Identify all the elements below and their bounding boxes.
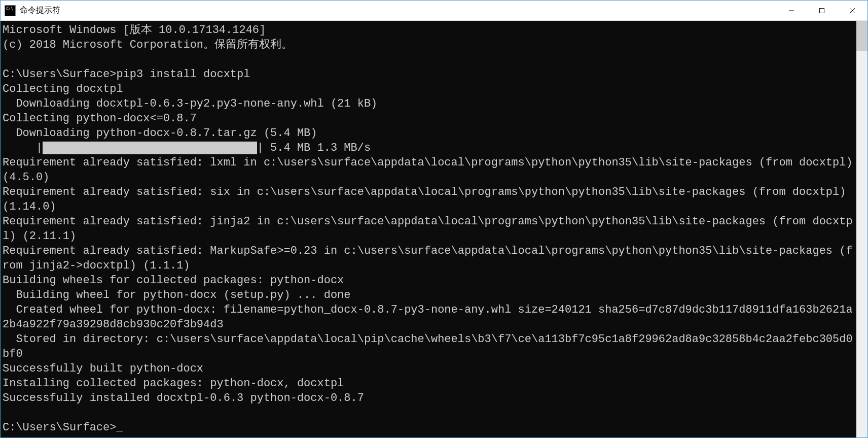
- output-line: Requirement already satisfied: MarkupSaf…: [3, 245, 853, 272]
- titlebar[interactable]: 命令提示符: [1, 1, 867, 21]
- window-controls: [776, 1, 867, 20]
- output-line: Successfully built python-docx: [3, 362, 203, 375]
- output-line: Requirement already satisfied: lxml in c…: [3, 156, 856, 184]
- output-line: Microsoft Windows [版本 10.0.17134.1246]: [3, 24, 266, 37]
- output-line: Building wheels for collected packages: …: [3, 274, 344, 287]
- terminal-area: Microsoft Windows [版本 10.0.17134.1246] (…: [1, 21, 867, 437]
- minimize-icon: [788, 8, 794, 14]
- svg-rect-1: [820, 8, 824, 13]
- output-line: Stored in directory: c:\users\surface\ap…: [3, 333, 853, 360]
- close-icon: [849, 7, 856, 14]
- prompt-command: pip3 install docxtpl: [116, 68, 250, 81]
- cursor: _: [116, 421, 123, 434]
- output-line: Successfully installed docxtpl-0.6.3 pyt…: [3, 392, 364, 405]
- output-line: Building wheel for python-docx (setup.py…: [3, 289, 351, 301]
- vertical-scrollbar[interactable]: [856, 21, 867, 437]
- output-line: Requirement already satisfied: six in c:…: [3, 186, 853, 213]
- maximize-icon: [819, 8, 825, 14]
- prompt-path: C:\Users\Surface>: [3, 421, 116, 434]
- output-line: Collecting python-docx<=0.8.7: [3, 112, 197, 125]
- terminal-output[interactable]: Microsoft Windows [版本 10.0.17134.1246] (…: [1, 21, 856, 437]
- output-line: Downloading python-docx-0.8.7.tar.gz (5.…: [3, 127, 317, 140]
- maximize-button[interactable]: [807, 1, 837, 20]
- app-icon: [5, 5, 16, 16]
- output-line: Downloading docxtpl-0.6.3-py2.py3-none-a…: [3, 97, 377, 110]
- window-title: 命令提示符: [20, 5, 776, 16]
- progress-suffix: | 5.4 MB 1.3 MB/s: [257, 142, 371, 154]
- close-button[interactable]: [837, 1, 867, 20]
- command-prompt-window: 命令提示符 Microsoft Windows [版本 10.0.17134.1…: [0, 0, 868, 438]
- output-line: Created wheel for python-docx: filename=…: [3, 304, 853, 331]
- scrollbar-thumb[interactable]: [856, 21, 867, 51]
- output-line: (c) 2018 Microsoft Corporation。保留所有权利。: [3, 39, 293, 51]
- output-line: Collecting docxtpl: [3, 83, 123, 95]
- minimize-button[interactable]: [776, 1, 807, 20]
- progress-prefix: |: [3, 142, 43, 154]
- output-line: Requirement already satisfied: jinja2 in…: [3, 215, 853, 243]
- progress-bar: ████████████████████████████████: [43, 142, 257, 154]
- prompt-path: C:\Users\Surface>: [3, 68, 116, 81]
- output-line: Installing collected packages: python-do…: [3, 377, 344, 390]
